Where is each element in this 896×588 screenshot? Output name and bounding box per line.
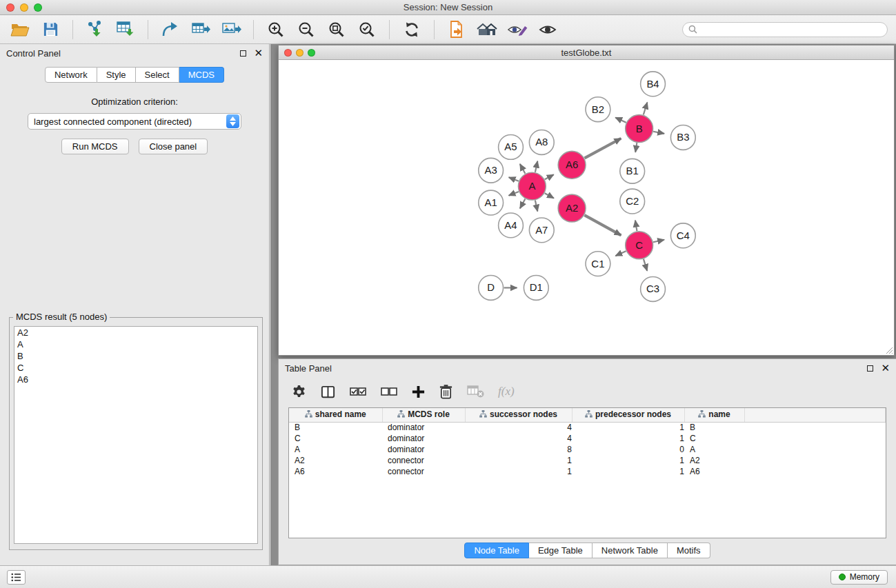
edge-B-B3[interactable] [653, 132, 664, 134]
table-settings-gear-icon[interactable] [291, 384, 307, 400]
home-icon[interactable] [474, 19, 500, 41]
table-row[interactable]: A2connector11A2 [289, 455, 886, 466]
edge-A-A1[interactable] [509, 192, 519, 196]
show-columns-icon[interactable] [320, 384, 336, 400]
column-header-shared-name[interactable]: shared name [289, 408, 382, 422]
export-image-icon[interactable] [218, 19, 244, 41]
search-field[interactable] [682, 22, 888, 37]
node-C4[interactable]: C4 [670, 223, 695, 248]
select-all-icon[interactable] [349, 383, 367, 400]
edge-A-A6[interactable] [545, 174, 554, 179]
open-file-icon[interactable] [7, 19, 33, 41]
edge-A6-B[interactable] [585, 139, 621, 159]
zoom-in-icon[interactable] [263, 19, 289, 41]
edge-C-C4[interactable] [653, 240, 664, 242]
float-table-panel-icon[interactable] [867, 365, 873, 372]
run-mcds-button[interactable]: Run MCDS [61, 139, 129, 154]
resize-grip-icon[interactable] [884, 345, 893, 354]
edge-A-A2[interactable] [545, 193, 554, 198]
function-builder-icon[interactable]: f(x) [498, 385, 515, 398]
delete-column-icon[interactable] [439, 383, 453, 400]
save-icon[interactable] [37, 19, 63, 41]
node-A8[interactable]: A8 [529, 130, 554, 155]
node-C2[interactable]: C2 [620, 189, 645, 214]
node-B3[interactable]: B3 [670, 125, 695, 150]
mcds-result-item[interactable]: A2 [14, 327, 257, 338]
tab-node-table[interactable]: Node Table [464, 543, 529, 558]
task-history-button[interactable] [7, 570, 26, 585]
node-A3[interactable]: A3 [479, 158, 504, 183]
delete-table-icon[interactable] [466, 384, 485, 399]
close-panel-icon[interactable]: ✕ [254, 50, 263, 57]
export-table-icon[interactable] [188, 19, 214, 41]
refresh-icon[interactable] [399, 19, 425, 41]
node-C1[interactable]: C1 [586, 252, 610, 276]
zoom-selected-icon[interactable] [354, 19, 380, 41]
edge-C-C3[interactable] [644, 259, 647, 271]
first-neighbors-icon[interactable] [444, 19, 470, 41]
import-table-icon[interactable] [112, 19, 139, 41]
node-A4[interactable]: A4 [499, 213, 524, 238]
zoom-out-icon[interactable] [293, 19, 319, 41]
column-header-mcds-role[interactable]: MCDS role [382, 408, 465, 422]
node-B[interactable]: B [626, 115, 653, 143]
edge-B-B4[interactable] [644, 103, 648, 115]
edge-A2-C[interactable] [584, 215, 621, 235]
tab-edge-table[interactable]: Edge Table [529, 543, 593, 558]
table-row[interactable]: Adominator80A [289, 444, 886, 455]
mcds-result-item[interactable]: A6 [14, 374, 257, 385]
tab-select[interactable]: Select [136, 67, 179, 83]
node-B4[interactable]: B4 [641, 72, 666, 97]
table-row[interactable]: Cdominator41C [289, 433, 886, 444]
node-A7[interactable]: A7 [529, 218, 554, 243]
node-C3[interactable]: C3 [641, 277, 666, 302]
tab-mcds[interactable]: MCDS [179, 67, 224, 83]
edge-C-C2[interactable] [635, 221, 637, 232]
column-header-predecessor-nodes[interactable]: predecessor nodes [572, 408, 684, 422]
mcds-result-list[interactable]: A2ABCA6 [14, 326, 258, 544]
float-panel-icon[interactable] [240, 50, 246, 57]
node-C[interactable]: C [626, 232, 653, 259]
export-network-icon[interactable] [157, 19, 183, 41]
node-B1[interactable]: B1 [620, 159, 645, 183]
edge-A-A3[interactable] [509, 177, 519, 181]
edge-B-B2[interactable] [615, 117, 626, 122]
tab-network-table[interactable]: Network Table [593, 543, 668, 558]
close-panel-button[interactable]: Close panel [139, 139, 208, 154]
table-row[interactable]: Bdominator41B [289, 422, 886, 433]
zoom-fit-icon[interactable] [323, 19, 350, 41]
style-preview-icon[interactable] [504, 19, 530, 41]
node-A2[interactable]: A2 [558, 194, 586, 222]
edge-C-C1[interactable] [615, 251, 626, 256]
node-B2[interactable]: B2 [586, 97, 610, 122]
node-D[interactable]: D [479, 276, 504, 301]
mcds-result-item[interactable]: A [14, 338, 257, 350]
deselect-all-icon[interactable] [380, 383, 398, 400]
network-canvas[interactable]: B4B2BB3A8A5A6A3B1AC2A1A2A4A7C4CC1C3DD1 [279, 60, 894, 355]
column-header-name[interactable]: name [684, 408, 744, 422]
mcds-result-item[interactable]: C [14, 362, 257, 374]
import-network-icon[interactable] [82, 19, 108, 41]
node-D1[interactable]: D1 [524, 276, 548, 301]
node-A5[interactable]: A5 [499, 134, 524, 159]
tab-network[interactable]: Network [45, 67, 97, 83]
add-column-icon[interactable] [411, 385, 426, 399]
edge-A-A5[interactable] [520, 164, 526, 174]
tab-motifs[interactable]: Motifs [668, 543, 710, 558]
optimization-criterion-dropdown[interactable]: largest connected component (directed) [28, 113, 241, 130]
edge-B-B1[interactable] [635, 143, 637, 152]
node-A[interactable]: A [518, 172, 546, 200]
node-A1[interactable]: A1 [479, 190, 504, 215]
edge-A-A7[interactable] [535, 201, 537, 212]
column-header-successor-nodes[interactable]: successor nodes [465, 408, 572, 422]
show-hide-icon[interactable] [535, 19, 561, 41]
edge-A-A4[interactable] [520, 199, 526, 208]
edge-A-A8[interactable] [535, 161, 537, 172]
close-table-panel-icon[interactable]: ✕ [881, 365, 890, 372]
node-A6[interactable]: A6 [558, 151, 586, 179]
search-input[interactable] [701, 24, 882, 34]
mcds-result-item[interactable]: B [14, 350, 257, 362]
tab-style[interactable]: Style [97, 67, 136, 83]
memory-button[interactable]: Memory [830, 570, 888, 585]
table-row[interactable]: A6connector11A6 [289, 466, 886, 477]
